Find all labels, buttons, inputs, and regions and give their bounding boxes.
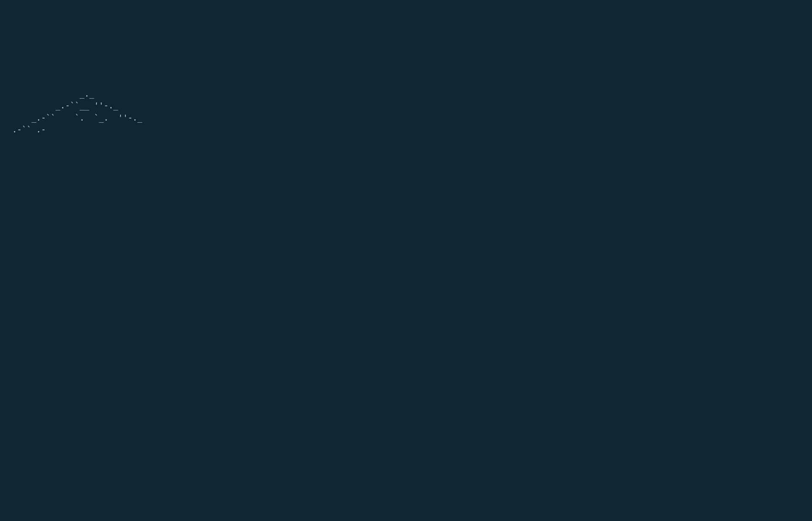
redis-logo-ascii: _._ _.-``__ ''-._ _.-`` `. `_. ''-._ .-`…: [3, 88, 809, 136]
